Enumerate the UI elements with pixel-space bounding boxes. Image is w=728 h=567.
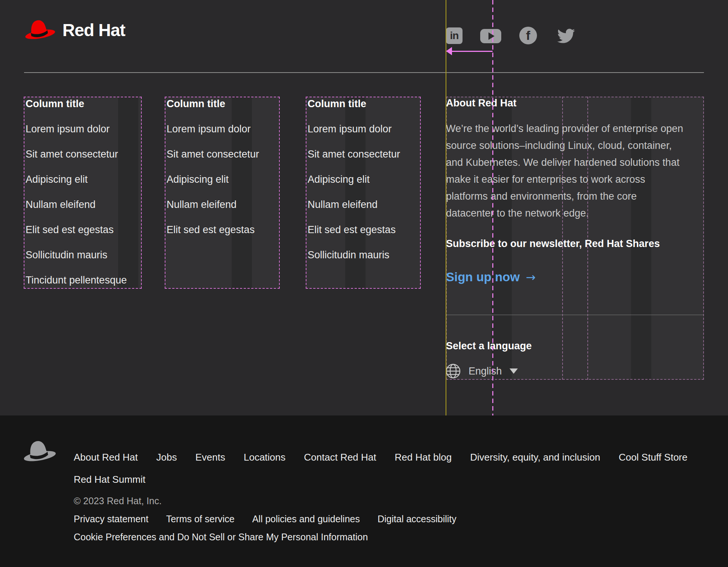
footer-link[interactable]: Sit amet consectetur xyxy=(308,149,420,160)
column-title: Column title xyxy=(26,98,141,109)
measure-arrow-line xyxy=(450,51,493,52)
nav-link-locations[interactable]: Locations xyxy=(244,452,285,463)
redhat-logo[interactable]: Red Hat xyxy=(23,15,125,45)
footer-link[interactable]: Nullam eleifend xyxy=(308,199,420,210)
language-selector[interactable]: English xyxy=(445,363,518,379)
footer-link[interactable]: Adipiscing elit xyxy=(167,174,279,185)
globe-icon xyxy=(445,363,461,379)
footer-link[interactable]: Lorem ipsum dolor xyxy=(26,123,141,135)
footer-link[interactable]: Sit amet consectetur xyxy=(26,149,141,160)
arrow-right-icon: → xyxy=(526,270,535,284)
language-current: English xyxy=(469,365,502,377)
youtube-icon[interactable] xyxy=(480,29,501,43)
footer-link[interactable]: Lorem ipsum dolor xyxy=(167,123,279,135)
facebook-icon[interactable]: f xyxy=(519,27,537,44)
twitter-icon[interactable] xyxy=(555,27,577,45)
footer-nav-row-2: Red Hat Summit xyxy=(74,474,146,485)
about-line: make it easier for enterprises to work a… xyxy=(446,171,717,188)
link-column-2: Column title Lorem ipsum dolor Sit amet … xyxy=(165,97,280,289)
legal-link-privacy[interactable]: Privacy statement xyxy=(74,514,149,525)
footer-link[interactable]: Sit amet consectetur xyxy=(167,149,279,160)
legal-links-row: Privacy statement Terms of service All p… xyxy=(74,514,457,525)
footer-link[interactable]: Sollicitudin mauris xyxy=(308,249,420,261)
column-title: Column title xyxy=(167,98,279,109)
sign-up-link[interactable]: Sign up now → xyxy=(446,270,535,284)
newsletter-heading: Subscribe to our newsletter, Red Hat Sha… xyxy=(446,238,660,250)
redhat-fedora-icon xyxy=(23,15,56,45)
nav-link-events[interactable]: Events xyxy=(195,452,225,463)
column-title: Column title xyxy=(308,98,420,109)
about-paragraph: We’re the world’s leading provider of en… xyxy=(446,120,717,222)
redhat-footer-spec: Red Hat in f Column title Lorem ipsum do… xyxy=(0,0,728,567)
about-line: platforms and environments, from the cor… xyxy=(446,188,717,205)
nav-link-about-red-hat[interactable]: About Red Hat xyxy=(74,452,138,463)
grid-guide-magenta-line xyxy=(492,0,493,415)
footer-link[interactable]: Elit sed est egestas xyxy=(167,224,279,235)
footer-link[interactable]: Adipiscing elit xyxy=(26,174,141,185)
nav-link-cool-stuff-store[interactable]: Cool Stuff Store xyxy=(619,452,687,463)
footer-link[interactable]: Sollicitudin mauris xyxy=(26,249,141,261)
linkedin-icon[interactable]: in xyxy=(446,27,463,44)
footer-link[interactable]: Lorem ipsum dolor xyxy=(308,123,420,135)
footer-link[interactable]: Nullam eleifend xyxy=(167,199,279,210)
chevron-down-icon xyxy=(510,368,518,374)
grid-guide-yellow-line xyxy=(446,0,446,415)
footer-upper: Red Hat in f Column title Lorem ipsum do… xyxy=(0,0,728,415)
link-column-1: Column title Lorem ipsum dolor Sit amet … xyxy=(24,97,142,289)
about-line: and Kubernetes. We deliver hardened solu… xyxy=(446,154,717,171)
redhat-fedora-gray-icon xyxy=(22,437,57,466)
footer-nav-row-1: About Red Hat Jobs Events Locations Cont… xyxy=(74,452,687,463)
nav-link-diversity[interactable]: Diversity, equity, and inclusion xyxy=(470,452,600,463)
measure-arrow-head-icon xyxy=(446,47,452,55)
about-line: datacenter to the network edge. xyxy=(446,205,717,222)
language-heading: Select a language xyxy=(446,340,532,352)
footer-link[interactable]: Elit sed est egestas xyxy=(26,224,141,235)
language-divider xyxy=(446,315,704,315)
copyright-text: © 2023 Red Hat, Inc. xyxy=(74,496,162,506)
about-line: source solutions–including Linux, cloud,… xyxy=(446,137,717,154)
legal-link-policies[interactable]: All policies and guidelines xyxy=(252,514,360,525)
about-title: About Red Hat xyxy=(446,97,516,109)
nav-link-jobs[interactable]: Jobs xyxy=(156,452,177,463)
footer-lower: About Red Hat Jobs Events Locations Cont… xyxy=(0,415,728,567)
footer-link[interactable]: Elit sed est egestas xyxy=(308,224,420,235)
legal-link-terms[interactable]: Terms of service xyxy=(166,514,235,525)
link-column-3: Column title Lorem ipsum dolor Sit amet … xyxy=(306,97,421,289)
nav-link-contact[interactable]: Contact Red Hat xyxy=(304,452,376,463)
youtube-play-glyph xyxy=(488,32,494,40)
redhat-wordmark: Red Hat xyxy=(62,20,125,40)
footer-link[interactable]: Tincidunt pellentesque xyxy=(26,274,141,286)
about-line: We’re the world’s leading provider of en… xyxy=(446,120,717,137)
top-divider xyxy=(24,72,704,73)
sign-up-label: Sign up now xyxy=(446,270,520,284)
cookie-preferences-link[interactable]: Cookie Preferences and Do Not Sell or Sh… xyxy=(74,532,368,543)
nav-link-summit[interactable]: Red Hat Summit xyxy=(74,474,146,485)
legal-link-accessibility[interactable]: Digital accessibility xyxy=(378,514,457,525)
footer-link[interactable]: Adipiscing elit xyxy=(308,174,420,185)
footer-link[interactable]: Nullam eleifend xyxy=(26,199,141,210)
nav-link-blog[interactable]: Red Hat blog xyxy=(395,452,452,463)
